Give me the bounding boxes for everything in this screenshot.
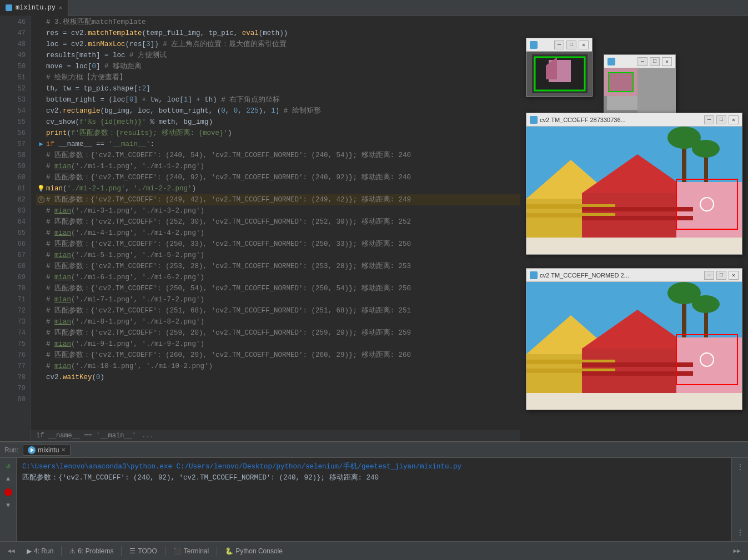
house-image-svg2 — [526, 282, 742, 410]
code-editor[interactable]: 46 47 48 49 50 51 52 53 54 55 56 57 58 5… — [0, 16, 520, 441]
cv-titlebar-large2: cv2.TM_CCOEFF_NORMED 2... — □ ✕ — [526, 269, 742, 282]
run-tool-icon: ▶ — [27, 547, 32, 555]
table-row: move = loc[0] # 移动距离 — [36, 61, 520, 72]
cv-icon-small1 — [530, 41, 538, 49]
bulb-icon: 💡 — [37, 183, 45, 194]
run-tab-mixintu[interactable]: mixintu ✕ — [23, 445, 71, 456]
cv-maximize-large1[interactable]: □ — [716, 115, 726, 124]
cv-content-small2 — [604, 68, 675, 113]
cv-close-small1[interactable]: ✕ — [579, 41, 589, 49]
table-row: bottom_right = (loc[0] + tw, loc[1] + th… — [36, 94, 520, 105]
run-tab-icon — [28, 446, 36, 454]
problems-tool-label: 6: Problems — [78, 547, 113, 555]
cv-close-large2[interactable]: ✕ — [729, 271, 739, 280]
svg-point-14 — [692, 140, 720, 158]
py-file-icon — [6, 4, 12, 11]
warn-icon: ! — [38, 196, 44, 203]
table-row: # 匹配参数：{'cv2.TM_CCOEFF': (250, 33), 'cv2… — [36, 239, 520, 250]
cv-close-large1[interactable]: ✕ — [729, 115, 739, 124]
tab-label: mixintu.py — [16, 4, 56, 12]
run-output: C:\Users\lenovo\anaconda3\python.exe C:/… — [17, 458, 731, 541]
problems-icon: ⚠ — [69, 547, 76, 555]
terminal-tool-btn[interactable]: ⬛ Terminal — [168, 545, 214, 557]
cv-window-large1[interactable]: cv2.TM_CCOEFF 287330736... — □ ✕ — [526, 113, 742, 255]
problems-tool-btn[interactable]: ⚠ 6: Problems — [64, 545, 119, 557]
cv-minimize-small1[interactable]: — — [554, 41, 564, 49]
cv-window-small2[interactable]: — □ ✕ — [604, 54, 676, 113]
cv-minimize-large1[interactable]: — — [704, 115, 714, 124]
run-path-line: C:\Users\lenovo\anaconda3\python.exe C:/… — [22, 461, 726, 472]
cv-title-large2: cv2.TM_CCOEFF_NORMED 2... — [540, 272, 702, 279]
table-row: # 匹配参数：{'cv2.TM_CCOEFF': (252, 30), 'cv2… — [36, 216, 520, 228]
python-console-icon: 🐍 — [225, 547, 233, 555]
editor-breadcrumb: if __name__ == '__main__' — [36, 430, 136, 441]
cv-minimize-small2[interactable]: — — [637, 57, 647, 66]
more-btn-top[interactable]: ⋮ — [734, 460, 747, 473]
tab-mixintu-py[interactable]: mixintu.py ✕ — [0, 0, 68, 16]
stop-icon — [4, 488, 12, 496]
run-tab-name: mixintu — [38, 446, 59, 454]
more-btn-bottom[interactable]: ⋮ — [734, 526, 747, 539]
cv-maximize-large2[interactable]: □ — [716, 271, 726, 280]
table-row: res = cv2.matchTemplate(temp_full_img, t… — [36, 28, 520, 39]
cv-icon-large2 — [530, 271, 538, 279]
cv-window-small1[interactable]: — □ ✕ — [526, 38, 593, 97]
rerun-button[interactable]: ↺ — [3, 460, 14, 471]
scroll-up-button[interactable]: ▲ — [3, 473, 14, 485]
svg-rect-9 — [637, 68, 675, 113]
table-row: # 匹配参数：{'cv2.TM_CCOEFF': (240, 54), 'cv2… — [36, 150, 520, 161]
run-tool-btn[interactable]: ▶ 4: Run — [21, 545, 59, 557]
right-panel: — □ ✕ — □ ✕ — [520, 16, 748, 441]
terminal-tool-label: Terminal — [184, 547, 209, 555]
expand-left-btn[interactable]: ◀◀ — [4, 544, 18, 558]
template-image-svg2 — [604, 68, 675, 113]
template-image-svg1 — [526, 52, 592, 96]
todo-tool-btn[interactable]: ☰ TODO — [124, 545, 162, 557]
cv-title-large1: cv2.TM_CCOEFF 287330736... — [540, 117, 702, 123]
table-row: # mian('./mi-7-1.png', './mi-7-2.png') — [36, 294, 520, 305]
editor-breadcrumb-dots: ... — [142, 430, 154, 441]
table-row: # 绘制方框【方便查看】 — [36, 72, 520, 83]
table-row: # mian('./mi-5-1.png', './mi-5-2.png') — [36, 250, 520, 261]
table-row: cv_show(f'%s {id(meth)}' % meth, bg_img) — [36, 117, 520, 128]
table-row: ▶ if __name__ == '__main__': — [36, 139, 520, 150]
tab-close-btn[interactable]: ✕ — [59, 4, 62, 11]
table-row: # 匹配参数：{'cv2.TM_CCOEFF': (260, 29), 'cv2… — [36, 350, 520, 361]
table-row: # mian('./mi-8-1.png', './mi-8-2.png') — [36, 316, 520, 327]
bottom-toolbar: ◀◀ ▶ 4: Run ⚠ 6: Problems ☰ TODO ⬛ Termi… — [0, 541, 748, 560]
run-tab-close[interactable]: ✕ — [61, 447, 66, 453]
cv-minimize-large2[interactable]: — — [704, 271, 714, 280]
stop-button[interactable] — [3, 487, 14, 498]
table-row: print(f'匹配参数：{results}; 移动距离: {move}') — [36, 128, 520, 139]
cv-icon-large1 — [530, 116, 538, 124]
cv-icon-small2 — [608, 58, 615, 65]
cv-maximize-small2[interactable]: □ — [650, 57, 660, 66]
table-row: results[meth] = loc # 方便测试 — [36, 50, 520, 61]
cv-window-large2[interactable]: cv2.TM_CCOEFF_NORMED 2... — □ ✕ — [526, 268, 742, 410]
main-content: 46 47 48 49 50 51 52 53 54 55 56 57 58 5… — [0, 16, 748, 441]
table-row: # mian('./mi-3-1.png', './mi-3-2.png') — [36, 205, 520, 216]
run-arrow-icon: ▶ — [39, 139, 43, 150]
table-row: th, tw = tp_pic.shape[:2] — [36, 83, 520, 94]
tab-bar: mixintu.py ✕ — [0, 0, 748, 16]
table-row: # mian('./mi-6-1.png', './mi-6-2.png') — [36, 272, 520, 283]
python-console-tool-btn[interactable]: 🐍 Python Console — [219, 545, 288, 557]
run-right-sidebar: ⋮ ⋮ — [731, 458, 748, 541]
svg-rect-41 — [526, 393, 742, 410]
table-row: # 3.模板匹配matchTemplate — [36, 17, 520, 28]
cv-content-small1 — [526, 52, 592, 96]
table-row: # 匹配参数：{'cv2.TM_CCOEFF': (251, 68), 'cv2… — [36, 305, 520, 316]
table-row: # mian('./mi-1-1.png', './mi-1-2.png') — [36, 161, 520, 172]
terminal-icon: ⬛ — [173, 547, 182, 555]
table-row: ! # 匹配参数：{'cv2.TM_CCOEFF': (249, 42), 'c… — [36, 194, 520, 205]
code-lines: 46 47 48 49 50 51 52 53 54 55 56 57 58 5… — [0, 16, 520, 441]
run-content: ↺ ▲ ▼ C:\Users\lenovo\anaconda3\python.e… — [0, 458, 748, 541]
todo-tool-label: TODO — [138, 547, 157, 555]
toolbar-separator2 — [121, 546, 122, 556]
house-image-svg1 — [526, 127, 742, 254]
cv-close-small2[interactable]: ✕ — [662, 57, 672, 66]
expand-right-btn[interactable]: ▶▶ — [730, 544, 744, 558]
run-tool-label: 4: Run — [34, 547, 53, 555]
cv-maximize-small1[interactable]: □ — [566, 41, 576, 49]
scroll-down-button[interactable]: ▼ — [3, 500, 14, 511]
